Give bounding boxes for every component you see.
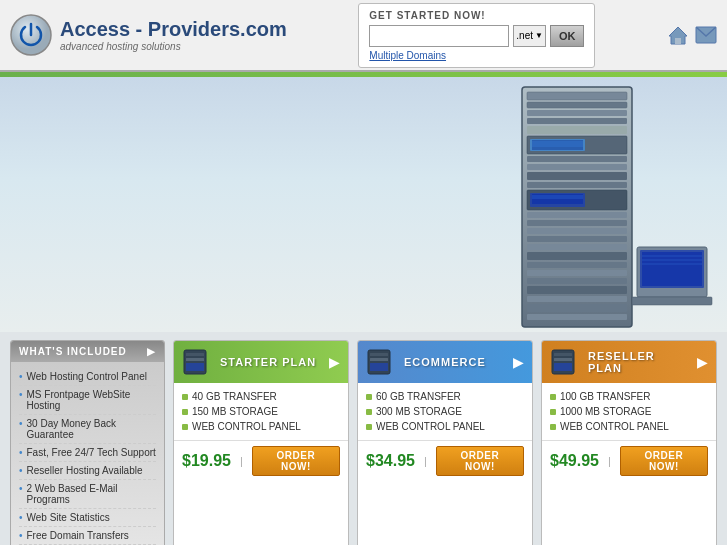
logo-title: Access - Providers.com <box>60 18 287 41</box>
separator: | <box>421 455 430 467</box>
domain-input[interactable] <box>369 25 509 47</box>
svg-rect-2 <box>675 38 681 44</box>
item-text: Reseller Hosting Available <box>27 465 143 476</box>
net-select[interactable]: .net ▼ <box>513 25 546 47</box>
list-item: Free Domain Transfers <box>19 527 156 545</box>
feature-bullet-icon <box>366 424 372 430</box>
separator: | <box>605 455 614 467</box>
svg-rect-8 <box>527 118 627 124</box>
email-icon[interactable] <box>695 24 717 46</box>
svg-rect-18 <box>527 172 627 180</box>
item-text: Fast, Free 24/7 Tech Support <box>27 447 156 458</box>
svg-rect-52 <box>370 363 388 371</box>
reseller-plan-title: RESELLER PLAN <box>588 350 691 374</box>
svg-rect-33 <box>527 278 627 284</box>
svg-rect-34 <box>527 286 627 294</box>
logo-text: Access - Providers.com advanced hosting … <box>60 18 287 52</box>
feature-bullet-icon <box>366 409 372 415</box>
reseller-feature-2: 1000 MB STORAGE <box>550 404 708 419</box>
ecommerce-plan-icon <box>366 346 398 378</box>
reseller-plan-card: RESELLER PLAN ▶ 100 GB TRANSFER 1000 MB … <box>541 340 717 545</box>
item-text: 30 Day Money Back Guarantee <box>27 418 156 440</box>
svg-rect-25 <box>527 212 627 218</box>
starter-plan-features: 40 GB TRANSFER 150 MB STORAGE WEB CONTRO… <box>174 383 348 441</box>
ecommerce-plan-features: 60 GB TRANSFER 300 MB STORAGE WEB CONTRO… <box>358 383 532 441</box>
svg-rect-16 <box>527 156 627 162</box>
feature-bullet-icon <box>550 394 556 400</box>
get-started-row: .net ▼ OK <box>369 25 584 47</box>
svg-rect-19 <box>527 182 627 188</box>
svg-rect-5 <box>527 92 627 100</box>
item-text: Free Domain Transfers <box>27 530 129 541</box>
list-item: MS Frontpage WebSite Hosting <box>19 386 156 415</box>
svg-rect-31 <box>527 262 627 268</box>
multiple-domains-link[interactable]: Multiple Domains <box>369 50 446 61</box>
list-item: Web Hosting Control Panel <box>19 368 156 386</box>
reseller-plan-icon <box>550 346 582 378</box>
reseller-feature-3: WEB CONTROL PANEL <box>550 419 708 434</box>
svg-rect-46 <box>186 353 204 356</box>
separator: | <box>237 455 246 467</box>
svg-rect-12 <box>532 140 583 150</box>
svg-rect-7 <box>527 110 627 116</box>
svg-rect-32 <box>527 270 627 276</box>
server-rack <box>492 77 722 332</box>
svg-rect-27 <box>527 228 627 234</box>
starter-plan-card: STARTER PLAN ▶ 40 GB TRANSFER 150 MB STO… <box>173 340 349 545</box>
feature-bullet-icon <box>182 394 188 400</box>
list-item: 30 Day Money Back Guarantee <box>19 415 156 444</box>
feature-bullet-icon <box>550 424 556 430</box>
svg-rect-22 <box>532 194 583 204</box>
starter-plan-arrow: ▶ <box>329 354 340 370</box>
ecommerce-feature-1: 60 GB TRANSFER <box>366 389 524 404</box>
hero-section <box>0 77 727 332</box>
svg-rect-17 <box>527 164 627 170</box>
svg-rect-37 <box>527 314 627 320</box>
feature-bullet-icon <box>550 409 556 415</box>
reseller-plan-features: 100 GB TRANSFER 1000 MB STORAGE WEB CONT… <box>542 383 716 441</box>
starter-price-row: $19.95 | ORDER NOW! <box>174 441 348 481</box>
home-icon[interactable] <box>667 24 689 46</box>
svg-rect-51 <box>370 358 388 361</box>
item-text: MS Frontpage WebSite Hosting <box>27 389 156 411</box>
starter-feature-2: 150 MB STORAGE <box>182 404 340 419</box>
svg-rect-9 <box>527 126 627 134</box>
svg-rect-50 <box>370 353 388 356</box>
svg-rect-28 <box>527 236 627 242</box>
list-item: Reseller Hosting Available <box>19 462 156 480</box>
svg-rect-48 <box>186 363 204 371</box>
feature-bullet-icon <box>366 394 372 400</box>
list-item: 2 Web Based E-Mail Programs <box>19 480 156 509</box>
whats-included-arrow: ▶ <box>147 346 156 357</box>
reseller-price-row: $49.95 | ORDER NOW! <box>542 441 716 481</box>
svg-rect-44 <box>632 297 712 305</box>
reseller-price: $49.95 <box>550 452 599 470</box>
ecommerce-plan-title: ECOMMERCE <box>404 356 486 368</box>
svg-rect-29 <box>527 244 627 250</box>
plans-section: WHAT'S INCLUDED ▶ Web Hosting Control Pa… <box>0 332 727 545</box>
reseller-feature-1: 100 GB TRANSFER <box>550 389 708 404</box>
ok-button[interactable]: OK <box>550 25 585 47</box>
starter-order-button[interactable]: ORDER NOW! <box>252 446 340 476</box>
ecommerce-feature-3: WEB CONTROL PANEL <box>366 419 524 434</box>
reseller-order-button[interactable]: ORDER NOW! <box>620 446 708 476</box>
ecommerce-plan-arrow: ▶ <box>513 354 524 370</box>
feature-bullet-icon <box>182 409 188 415</box>
ecommerce-order-button[interactable]: ORDER NOW! <box>436 446 524 476</box>
starter-price: $19.95 <box>182 452 231 470</box>
starter-plan-title: STARTER PLAN <box>220 356 316 368</box>
svg-rect-26 <box>527 220 627 226</box>
svg-rect-30 <box>527 252 627 260</box>
logo-subtitle: advanced hosting solutions <box>60 41 287 52</box>
list-item: Web Site Statistics <box>19 509 156 527</box>
logo-area: Access - Providers.com advanced hosting … <box>10 14 287 56</box>
ecommerce-price-row: $34.95 | ORDER NOW! <box>358 441 532 481</box>
ecommerce-plan-card: ECOMMERCE ▶ 60 GB TRANSFER 300 MB STORAG… <box>357 340 533 545</box>
feature-bullet-icon <box>182 424 188 430</box>
starter-plan-header: STARTER PLAN ▶ <box>174 341 348 383</box>
whats-included-items: Web Hosting Control Panel MS Frontpage W… <box>11 362 164 545</box>
item-text: 2 Web Based E-Mail Programs <box>27 483 156 505</box>
ecommerce-feature-2: 300 MB STORAGE <box>366 404 524 419</box>
get-started-box: GET STARTED NOW! .net ▼ OK Multiple Doma… <box>358 3 595 68</box>
net-label: .net <box>516 30 533 41</box>
